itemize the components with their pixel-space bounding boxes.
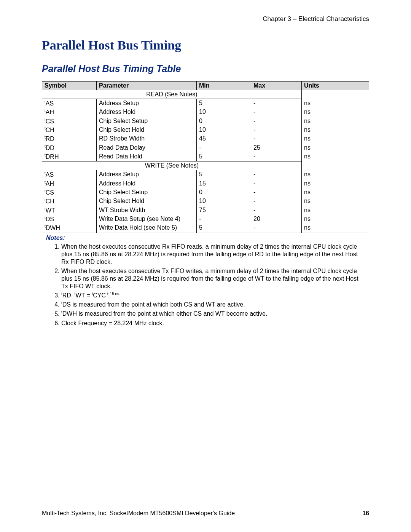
footer-text: Multi-Tech Systems, Inc. SocketModem MT5… (42, 510, 235, 517)
cell-units: ns (302, 224, 369, 233)
cell-max: - (251, 170, 302, 179)
chapter-label: Chapter 3 – Electrical Characteristics (42, 15, 369, 23)
cell-parameter: Chip Select Hold (97, 197, 197, 206)
cell-symbol: tRD (42, 134, 97, 143)
note-item: tRD, tWT = tCYC+ 15 ns. (61, 292, 365, 299)
cell-symbol: tCS (42, 188, 97, 197)
cell-max: - (251, 152, 302, 161)
cell-units: ns (302, 126, 369, 134)
table-header-row: Symbol Parameter Min Max Units (42, 81, 369, 90)
cell-max: - (251, 126, 302, 134)
section-label: READ (See Notes) (42, 90, 302, 99)
cell-parameter: Read Data Delay (97, 144, 197, 152)
cell-min: 15 (197, 179, 251, 188)
col-units: Units (302, 81, 369, 90)
section-title: Parallel Host Bus Timing Table (42, 63, 369, 74)
timing-table: Symbol Parameter Min Max Units READ (See… (42, 81, 369, 233)
cell-parameter: RD Strobe Width (97, 134, 197, 143)
cell-parameter: WT Strobe Width (97, 206, 197, 215)
cell-max: - (251, 224, 302, 233)
cell-units: ns (302, 134, 369, 143)
cell-min: 0 (197, 188, 251, 197)
note-item: When the host executes consecutive Rx FI… (61, 243, 365, 266)
cell-min: - (197, 215, 251, 224)
table-row: tWTWT Strobe Width75-ns (42, 206, 369, 215)
cell-units: ns (302, 188, 369, 197)
page: Chapter 3 – Electrical Characteristics P… (0, 0, 411, 532)
table-section-row: READ (See Notes) (42, 90, 369, 99)
col-max: Max (251, 81, 302, 90)
cell-min: - (197, 144, 251, 152)
cell-symbol: tWT (42, 206, 97, 215)
note-item: tDS is measured from the point at which … (61, 301, 365, 308)
cell-units: ns (302, 152, 369, 161)
cell-min: 5 (197, 170, 251, 179)
section-spacer (302, 161, 369, 170)
cell-max: - (251, 179, 302, 188)
table-row: tASAddress Setup5-ns (42, 170, 369, 179)
cell-min: 75 (197, 206, 251, 215)
cell-symbol: tDD (42, 144, 97, 152)
col-parameter: Parameter (97, 81, 197, 90)
cell-min: 5 (197, 224, 251, 233)
cell-units: ns (302, 179, 369, 188)
notes-block: Notes: When the host executes consecutiv… (42, 233, 369, 332)
cell-symbol: tAS (42, 99, 97, 108)
cell-min: 10 (197, 108, 251, 117)
cell-units: ns (302, 206, 369, 215)
cell-max: - (251, 134, 302, 143)
cell-parameter: Address Setup (97, 170, 197, 179)
cell-symbol: tCH (42, 197, 97, 206)
note-item: Clock Frequency = 28.224 MHz clock. (61, 320, 365, 327)
cell-max: - (251, 197, 302, 206)
cell-parameter: Address Hold (97, 179, 197, 188)
cell-max: - (251, 188, 302, 197)
page-title: Parallel Host Bus Timing (42, 38, 369, 53)
table-row: tCHChip Select Hold10-ns (42, 197, 369, 206)
table-row: tAHAddress Hold15-ns (42, 179, 369, 188)
notes-list: When the host executes consecutive Rx FI… (46, 243, 365, 327)
cell-min: 45 (197, 134, 251, 143)
cell-max: - (251, 99, 302, 108)
cell-parameter: Address Setup (97, 99, 197, 108)
page-footer: Multi-Tech Systems, Inc. SocketModem MT5… (42, 503, 369, 517)
table-row: tDRHRead Data Hold5-ns (42, 152, 369, 161)
cell-min: 5 (197, 99, 251, 108)
footer-page-number: 16 (362, 510, 369, 517)
note-item: tDWH is measured from the point at which… (61, 310, 365, 318)
cell-max: - (251, 108, 302, 117)
cell-min: 10 (197, 126, 251, 134)
cell-max: 25 (251, 144, 302, 152)
cell-symbol: tDS (42, 215, 97, 224)
cell-symbol: tDRH (42, 152, 97, 161)
cell-min: 10 (197, 197, 251, 206)
cell-parameter: Chip Select Setup (97, 188, 197, 197)
table-row: tDWHWrite Data Hold (see Note 5)5-ns (42, 224, 369, 233)
cell-units: ns (302, 170, 369, 179)
cell-symbol: tAH (42, 179, 97, 188)
cell-parameter: Address Hold (97, 108, 197, 117)
cell-symbol: tAS (42, 170, 97, 179)
col-min: Min (197, 81, 251, 90)
cell-min: 5 (197, 152, 251, 161)
table-row: tCHChip Select Hold10-ns (42, 126, 369, 134)
cell-units: ns (302, 117, 369, 126)
cell-units: ns (302, 99, 369, 108)
cell-min: 0 (197, 117, 251, 126)
cell-parameter: Read Data Hold (97, 152, 197, 161)
table-row: tAHAddress Hold10-ns (42, 108, 369, 117)
table-row: tDDRead Data Delay-25ns (42, 144, 369, 152)
cell-parameter: Write Data Setup (see Note 4) (97, 215, 197, 224)
section-label: WRITE (See Notes) (42, 161, 302, 170)
table-row: tRDRD Strobe Width45-ns (42, 134, 369, 143)
cell-parameter: Chip Select Hold (97, 126, 197, 134)
table-row: tASAddress Setup5-ns (42, 99, 369, 108)
col-symbol: Symbol (42, 81, 97, 90)
cell-units: ns (302, 197, 369, 206)
cell-symbol: tCS (42, 117, 97, 126)
cell-symbol: tAH (42, 108, 97, 117)
table-section-row: WRITE (See Notes) (42, 161, 369, 170)
table-row: tCSChip Select Setup0-ns (42, 188, 369, 197)
note-item: When the host executes consecutive Tx FI… (61, 267, 365, 290)
cell-units: ns (302, 215, 369, 224)
